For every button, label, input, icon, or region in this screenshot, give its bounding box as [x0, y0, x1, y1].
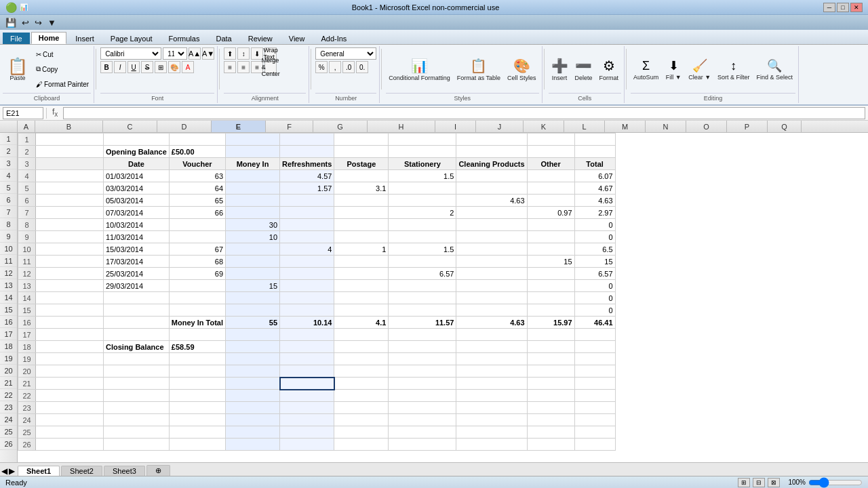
formula-input[interactable] [63, 107, 865, 119]
cell-H-17[interactable] [456, 329, 527, 341]
cell-G-18[interactable] [389, 341, 456, 353]
cell-E-16[interactable]: 10.14 [280, 317, 334, 329]
cell-A-6[interactable] [36, 195, 104, 207]
cell-I-25[interactable] [527, 426, 574, 439]
cell-D-3[interactable]: Money In [226, 158, 280, 170]
cell-C-4[interactable]: 63 [169, 170, 225, 182]
find-select-button[interactable]: 🔍 Find & Select [754, 57, 796, 82]
cell-G-13[interactable] [389, 280, 456, 292]
cell-H-23[interactable] [456, 402, 527, 414]
cell-C-10[interactable]: 67 [169, 243, 225, 256]
cell-E-24[interactable] [280, 414, 334, 426]
cell-E-5[interactable]: 1.57 [280, 182, 334, 195]
row-header-15[interactable]: 15 [0, 304, 17, 316]
cell-I-4[interactable] [527, 170, 574, 182]
col-header-A[interactable]: A [18, 121, 35, 132]
percent-button[interactable]: % [315, 61, 328, 73]
underline-button[interactable]: U [127, 61, 140, 73]
cell-B-18[interactable]: Closing Balance [104, 341, 170, 353]
cell-B-26[interactable] [104, 439, 170, 451]
row-header-23[interactable]: 23 [0, 401, 17, 413]
cell-H-18[interactable] [456, 341, 527, 353]
comma-button[interactable]: , [329, 61, 341, 73]
sort-filter-button[interactable]: ↕ Sort & Filter [715, 58, 753, 82]
cell-I-9[interactable] [527, 231, 574, 243]
cell-I-16[interactable]: 15.97 [527, 317, 574, 329]
cell-A-26[interactable] [36, 439, 104, 451]
cell-F-12[interactable] [334, 268, 389, 280]
cell-J-1[interactable] [574, 134, 615, 146]
cell-I-11[interactable]: 15 [527, 256, 574, 268]
cell-E-23[interactable] [280, 402, 334, 414]
cell-H-16[interactable]: 4.63 [456, 317, 527, 329]
tab-insert[interactable]: Insert [68, 33, 102, 44]
cell-J-2[interactable] [574, 146, 615, 158]
tab-home[interactable]: Home [31, 32, 67, 44]
cell-D-6[interactable] [226, 195, 280, 207]
cell-E-12[interactable] [280, 268, 334, 280]
cell-F-14[interactable] [334, 292, 389, 304]
cell-E-18[interactable] [280, 341, 334, 353]
tab-review[interactable]: Review [241, 33, 280, 44]
cell-C-19[interactable] [169, 353, 225, 365]
col-header-I[interactable]: I [435, 121, 476, 132]
col-header-N[interactable]: N [646, 121, 686, 132]
cell-F-24[interactable] [334, 414, 389, 426]
cell-G-9[interactable] [389, 231, 456, 243]
cell-E-9[interactable] [280, 231, 334, 243]
paste-button[interactable]: 📋 Paste [3, 47, 33, 92]
cell-G-23[interactable] [389, 402, 456, 414]
cell-J-16[interactable]: 46.41 [574, 317, 615, 329]
sheet-tab-2[interactable]: Sheet2 [61, 466, 102, 476]
cell-H-24[interactable] [456, 414, 527, 426]
cell-B-7[interactable]: 07/03/2014 [104, 207, 170, 219]
cell-E-19[interactable] [280, 353, 334, 365]
cell-C-5[interactable]: 64 [169, 182, 225, 195]
tab-add-ins[interactable]: Add-Ins [313, 33, 354, 44]
cell-E-13[interactable] [280, 280, 334, 292]
cell-A-18[interactable] [36, 341, 104, 353]
cell-F-2[interactable] [334, 146, 389, 158]
sheet-tab-3[interactable]: Sheet3 [104, 466, 145, 476]
cell-E-14[interactable] [280, 292, 334, 304]
cell-B-14[interactable] [104, 292, 170, 304]
cell-J-25[interactable] [574, 426, 615, 439]
cell-I-6[interactable] [527, 195, 574, 207]
tab-page-layout[interactable]: Page Layout [103, 33, 160, 44]
cell-G-11[interactable] [389, 256, 456, 268]
cell-B-1[interactable] [104, 134, 170, 146]
format-painter-button[interactable]: 🖌 Format Painter [34, 80, 91, 89]
cell-I-23[interactable] [527, 402, 574, 414]
cell-H-7[interactable] [456, 207, 527, 219]
col-header-C[interactable]: C [103, 121, 157, 132]
cell-G-25[interactable] [389, 426, 456, 439]
cell-J-24[interactable] [574, 414, 615, 426]
cell-E-10[interactable]: 4 [280, 243, 334, 256]
cell-J-10[interactable]: 6.5 [574, 243, 615, 256]
cell-H-11[interactable] [456, 256, 527, 268]
cell-D-24[interactable] [226, 414, 280, 426]
cell-J-13[interactable]: 0 [574, 280, 615, 292]
fill-color-button[interactable]: 🎨 [168, 61, 180, 73]
row-header-12[interactable]: 12 [0, 267, 17, 279]
clear-button[interactable]: 🧹 Clear ▼ [686, 57, 713, 82]
align-left-button[interactable]: ≡ [224, 61, 236, 73]
cell-C-24[interactable] [169, 414, 225, 426]
cell-H-5[interactable] [456, 182, 527, 195]
cell-I-10[interactable] [527, 243, 574, 256]
cell-G-8[interactable] [389, 219, 456, 231]
cell-J-14[interactable]: 0 [574, 292, 615, 304]
row-header-22[interactable]: 22 [0, 389, 17, 401]
row-header-6[interactable]: 6 [0, 194, 17, 206]
cell-E-1[interactable] [280, 134, 334, 146]
cell-F-15[interactable] [334, 304, 389, 317]
row-header-4[interactable]: 4 [0, 169, 17, 182]
cell-D-5[interactable] [226, 182, 280, 195]
cell-F-5[interactable]: 3.1 [334, 182, 389, 195]
cut-button[interactable]: ✂ Cut [34, 50, 91, 59]
cell-F-13[interactable] [334, 280, 389, 292]
row-header-19[interactable]: 19 [0, 352, 17, 365]
row-header-17[interactable]: 17 [0, 328, 17, 340]
cell-I-24[interactable] [527, 414, 574, 426]
col-header-G[interactable]: G [313, 121, 368, 132]
